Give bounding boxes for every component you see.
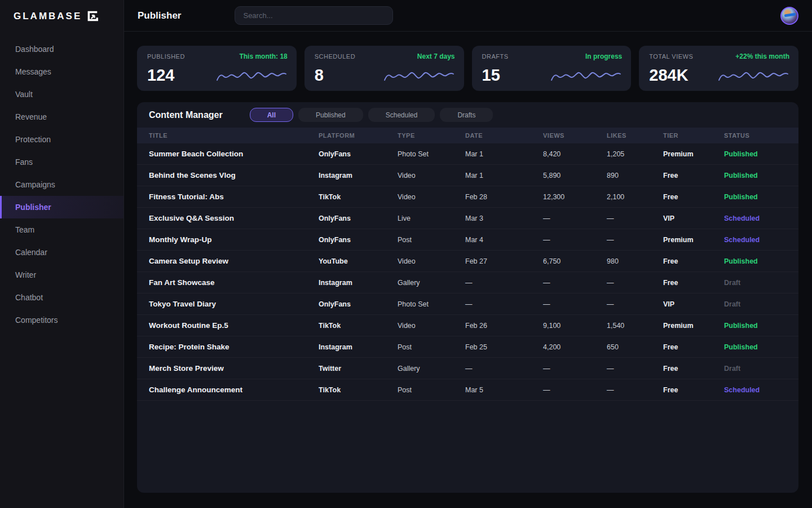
cell-tier: Premium bbox=[663, 150, 724, 158]
sidebar-item-messages[interactable]: Messages bbox=[0, 60, 123, 83]
cell-title: Camera Setup Review bbox=[149, 257, 319, 265]
cell-views: 9,100 bbox=[543, 322, 607, 330]
filter-tab-published[interactable]: Published bbox=[298, 108, 363, 122]
sidebar-item-label: Competitors bbox=[15, 316, 58, 325]
stat-card-scheduled: SCHEDULED Next 7 days 8 bbox=[304, 46, 464, 91]
cell-tier: Free bbox=[663, 365, 724, 373]
sidebar-item-campaigns[interactable]: Campaigns bbox=[0, 173, 123, 196]
table-row[interactable]: Behind the Scenes Vlog Instagram Video M… bbox=[137, 165, 798, 186]
cell-status: Published bbox=[724, 193, 789, 201]
cell-type: Gallery bbox=[398, 365, 465, 373]
table-row[interactable]: Monthly Wrap-Up OnlyFans Post Mar 4 — — … bbox=[137, 229, 798, 251]
cell-platform: Instagram bbox=[319, 343, 398, 351]
column-header-views: VIEWS bbox=[543, 132, 607, 139]
cell-likes: — bbox=[607, 236, 663, 244]
column-header-likes: LIKES bbox=[607, 132, 663, 139]
filter-tab-scheduled[interactable]: Scheduled bbox=[368, 108, 435, 122]
search-input[interactable] bbox=[235, 6, 393, 25]
filter-tab-all[interactable]: All bbox=[250, 108, 293, 122]
sidebar-item-writer[interactable]: Writer bbox=[0, 264, 123, 286]
sidebar-item-chatbot[interactable]: Chatbot bbox=[0, 286, 123, 309]
cell-type: Video bbox=[398, 322, 465, 330]
cell-title: Merch Store Preview bbox=[149, 364, 319, 373]
cell-likes: 1,205 bbox=[607, 150, 663, 158]
cell-platform: TikTok bbox=[319, 193, 398, 201]
table-row[interactable]: Exclusive Q&A Session OnlyFans Live Mar … bbox=[137, 208, 798, 229]
cell-tier: VIP bbox=[663, 300, 724, 308]
cell-title: Recipe: Protein Shake bbox=[149, 343, 319, 351]
cell-status: Published bbox=[724, 150, 789, 158]
stat-card-published: PUBLISHED This month: 18 124 bbox=[137, 46, 297, 91]
sidebar-item-vault[interactable]: Vault bbox=[0, 83, 123, 106]
table-row[interactable]: Summer Beach Collection OnlyFans Photo S… bbox=[137, 143, 798, 165]
sidebar-item-revenue[interactable]: Revenue bbox=[0, 106, 123, 128]
sidebar-item-calendar[interactable]: Calendar bbox=[0, 241, 123, 264]
cell-platform: TikTok bbox=[319, 322, 398, 330]
cell-likes: — bbox=[607, 386, 663, 394]
table-row[interactable]: Workout Routine Ep.5 TikTok Video Feb 26… bbox=[137, 315, 798, 336]
panel-title: Content Manager bbox=[149, 110, 223, 120]
stat-card-total-views: TOTAL VIEWS +22% this month 284K bbox=[639, 46, 798, 91]
cell-date: — bbox=[465, 300, 543, 308]
cell-type: Photo Set bbox=[398, 150, 465, 158]
cell-tier: Premium bbox=[663, 322, 724, 330]
stat-label: PUBLISHED bbox=[147, 53, 185, 60]
user-avatar[interactable] bbox=[780, 7, 798, 25]
cell-likes: 1,540 bbox=[607, 322, 663, 330]
sidebar-item-team[interactable]: Team bbox=[0, 218, 123, 241]
table-body: Summer Beach Collection OnlyFans Photo S… bbox=[137, 143, 798, 401]
stat-trend-text: In progress bbox=[585, 52, 622, 60]
cell-date: — bbox=[465, 279, 543, 287]
sidebar-item-label: Chatbot bbox=[15, 293, 43, 302]
sidebar-item-competitors[interactable]: Competitors bbox=[0, 309, 123, 331]
brand-logo[interactable]: GLAMBASE bbox=[0, 0, 123, 22]
cell-platform: TikTok bbox=[319, 386, 398, 394]
cell-status: Published bbox=[724, 322, 789, 330]
column-header-platform: PLATFORM bbox=[319, 132, 398, 139]
cell-views: 8,420 bbox=[543, 150, 607, 158]
column-header-date: DATE bbox=[465, 132, 543, 139]
cell-likes: 2,100 bbox=[607, 193, 663, 201]
cell-likes: — bbox=[607, 365, 663, 373]
cell-likes: 890 bbox=[607, 172, 663, 179]
stat-value: 15 bbox=[482, 67, 500, 85]
page-title: Publisher bbox=[138, 10, 181, 21]
table-row[interactable]: Camera Setup Review YouTube Video Feb 27… bbox=[137, 251, 798, 272]
cell-date: Mar 5 bbox=[465, 386, 543, 394]
sidebar-item-fans[interactable]: Fans bbox=[0, 151, 123, 173]
sidebar-item-label: Revenue bbox=[15, 112, 47, 121]
stat-cards-row: PUBLISHED This month: 18 124 SCHEDULED N… bbox=[137, 46, 798, 91]
cell-tier: Free bbox=[663, 279, 724, 287]
table-row[interactable]: Fan Art Showcase Instagram Gallery — — —… bbox=[137, 272, 798, 294]
cell-type: Video bbox=[398, 257, 465, 265]
cell-title: Challenge Announcement bbox=[149, 386, 319, 394]
sidebar-item-label: Team bbox=[15, 225, 34, 234]
cell-type: Gallery bbox=[398, 279, 465, 287]
column-header-tier: TIER bbox=[663, 132, 724, 139]
cell-views: — bbox=[543, 279, 607, 287]
cell-type: Post bbox=[398, 343, 465, 351]
cell-likes: — bbox=[607, 279, 663, 287]
table-row[interactable]: Recipe: Protein Shake Instagram Post Feb… bbox=[137, 336, 798, 358]
cell-date: Feb 28 bbox=[465, 193, 543, 201]
table-row[interactable]: Merch Store Preview Twitter Gallery — — … bbox=[137, 358, 798, 379]
cell-views: 12,300 bbox=[543, 193, 607, 201]
cell-platform: OnlyFans bbox=[319, 150, 398, 158]
stat-value: 124 bbox=[147, 67, 174, 85]
cell-views: — bbox=[543, 236, 607, 244]
table-row[interactable]: Challenge Announcement TikTok Post Mar 5… bbox=[137, 379, 798, 401]
cell-status: Published bbox=[724, 257, 789, 265]
sidebar-item-label: Publisher bbox=[15, 203, 51, 212]
table-row[interactable]: Fitness Tutorial: Abs TikTok Video Feb 2… bbox=[137, 186, 798, 208]
logo-mark-icon bbox=[86, 10, 98, 22]
cell-views: — bbox=[543, 365, 607, 373]
sidebar-item-publisher[interactable]: Publisher bbox=[0, 196, 123, 218]
table-row[interactable]: Tokyo Travel Diary OnlyFans Photo Set — … bbox=[137, 294, 798, 315]
sidebar-item-protection[interactable]: Protection bbox=[0, 128, 123, 151]
sidebar-nav: Dashboard Messages Vault Revenue Protect… bbox=[0, 38, 123, 331]
filter-tab-drafts[interactable]: Drafts bbox=[440, 108, 493, 122]
sidebar-item-dashboard[interactable]: Dashboard bbox=[0, 38, 123, 60]
stat-label: SCHEDULED bbox=[315, 53, 355, 60]
cell-status: Draft bbox=[724, 365, 789, 373]
sidebar-item-label: Protection bbox=[15, 135, 51, 144]
